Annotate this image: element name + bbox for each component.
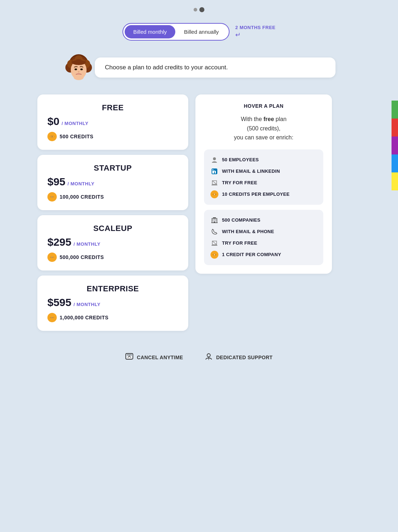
plan-name-scaleup: SCALEUP xyxy=(47,224,178,233)
avatar-icon xyxy=(63,51,95,84)
credit-icon-enterprise xyxy=(47,313,57,322)
info-column: HOVER A PLAN With the free plan (500 cre… xyxy=(195,94,332,274)
companies-feature-text: WITH EMAIL & PHONE xyxy=(222,229,274,234)
main-content: FREE $0 / MONTHLY xyxy=(37,94,361,331)
svg-point-24 xyxy=(213,157,216,160)
svg-rect-35 xyxy=(216,219,216,220)
cancel-label: CANCEL ANYTIME xyxy=(137,355,183,360)
trial-icon-1 xyxy=(210,179,218,187)
plan-price-row-free: $0 / MONTHLY xyxy=(47,115,178,128)
building-icon xyxy=(210,216,218,224)
companies-credits-text: 1 CREDIT PER COMPANY xyxy=(222,252,281,257)
hover-title: HOVER A PLAN xyxy=(204,103,323,109)
employees-feature-text: WITH EMAIL & LINKEDIN xyxy=(222,168,280,174)
linkedin-icon xyxy=(210,167,218,175)
cancel-icon xyxy=(125,352,133,362)
plan-name-free: FREE xyxy=(47,103,178,112)
companies-trial-text: TRY FOR FREE xyxy=(222,240,257,246)
dot-2 xyxy=(199,7,204,12)
message-bubble: Choose a plan to add credits to your acc… xyxy=(95,57,335,78)
svg-point-23 xyxy=(52,317,53,318)
page-wrapper: Billed monthly Billed annually 2 MONTHS … xyxy=(0,0,398,532)
billing-toggle-area: Billed monthly Billed annually 2 MONTHS … xyxy=(0,23,398,41)
phone-icon xyxy=(210,228,218,236)
svg-rect-37 xyxy=(214,221,215,221)
svg-point-13 xyxy=(74,74,84,80)
credit-icon-free xyxy=(47,132,57,141)
support-label: DEDICATED SUPPORT xyxy=(216,355,273,360)
avatar-container xyxy=(63,51,95,84)
svg-point-49 xyxy=(208,359,209,360)
banner-message: Choose a plan to add credits to your acc… xyxy=(105,64,228,71)
plan-period-enterprise: / MONTHLY xyxy=(74,302,101,307)
svg-point-19 xyxy=(52,196,53,198)
footer-bar: CANCEL ANYTIME DEDICATED SUPPORT xyxy=(0,345,398,369)
plan-credits-row-startup: 100,000 CREDITS xyxy=(47,192,178,202)
credit-icon-companies xyxy=(210,251,218,259)
svg-rect-34 xyxy=(214,219,215,220)
plan-price-enterprise: $595 xyxy=(47,296,71,309)
svg-point-17 xyxy=(51,136,53,137)
plan-credits-row-enterprise: 1,000,000 CREDITS xyxy=(47,313,178,322)
plan-card-enterprise[interactable]: ENTERPRISE $595 / MONTHLY 1,000,000 CRED… xyxy=(37,276,188,331)
companies-credits-item: 1 CREDIT PER COMPANY xyxy=(210,251,317,259)
plan-price-free: $0 xyxy=(47,115,59,128)
employees-count-text: 50 EMPLOYEES xyxy=(222,157,259,162)
annually-toggle-button[interactable]: Billed annually xyxy=(175,25,227,38)
employees-credits-item: 10 CREDITS PER EMPLOYEE xyxy=(210,190,317,198)
color-bar-green xyxy=(392,101,398,119)
plan-card-startup[interactable]: STARTUP $95 / MONTHLY 100,000 CREDITS xyxy=(37,155,188,210)
plan-period-free: / MONTHLY xyxy=(61,121,88,126)
color-bar-purple xyxy=(392,137,398,154)
color-bar-blue xyxy=(392,154,398,172)
free-badge: 2 MONTHS FREE ↵ xyxy=(235,25,276,39)
svg-point-9 xyxy=(75,69,77,70)
plans-column: FREE $0 / MONTHLY xyxy=(37,94,188,331)
monthly-toggle-button[interactable]: Billed monthly xyxy=(125,25,175,38)
hover-description: With the free plan (500 credits), you ca… xyxy=(204,115,323,142)
plan-price-row-enterprise: $595 / MONTHLY xyxy=(47,296,178,309)
side-bars-right xyxy=(392,101,398,190)
employee-icon xyxy=(210,156,218,164)
free-badge-text: 2 MONTHS FREE xyxy=(235,25,276,30)
dedicated-support-item: DEDICATED SUPPORT xyxy=(205,352,273,362)
svg-rect-33 xyxy=(213,219,213,220)
plan-name-startup: STARTUP xyxy=(47,163,178,173)
plan-price-startup: $95 xyxy=(47,176,65,188)
svg-point-21 xyxy=(52,257,53,258)
svg-point-45 xyxy=(214,254,215,255)
color-bar-red xyxy=(392,119,398,137)
svg-rect-41 xyxy=(213,217,216,218)
trial-icon-2 xyxy=(210,239,218,247)
svg-line-43 xyxy=(212,241,217,245)
plan-credits-startup: 100,000 CREDITS xyxy=(60,194,104,200)
credit-icon-scaleup xyxy=(47,253,57,262)
companies-feature-item: WITH EMAIL & PHONE xyxy=(210,228,317,236)
svg-point-31 xyxy=(214,194,215,195)
employees-sub-card: 50 EMPLOYEES WITH EMAIL & LINKEDIN xyxy=(204,149,323,205)
svg-point-10 xyxy=(80,69,83,70)
free-badge-arrow: ↵ xyxy=(235,31,241,39)
info-card: HOVER A PLAN With the free plan (500 cre… xyxy=(195,94,332,274)
plan-credits-enterprise: 1,000,000 CREDITS xyxy=(60,315,108,320)
plan-name-enterprise: ENTERPRISE xyxy=(47,284,178,293)
companies-sub-card: 500 COMPANIES WITH EMAIL & PHONE xyxy=(204,210,323,265)
message-banner: Choose a plan to add credits to your acc… xyxy=(63,51,335,84)
employees-credits-text: 10 CREDITS PER EMPLOYEE xyxy=(222,191,290,197)
toggle-container: Billed monthly Billed annually xyxy=(122,23,230,41)
svg-rect-38 xyxy=(216,221,216,221)
plan-price-row-startup: $95 / MONTHLY xyxy=(47,176,178,188)
svg-rect-36 xyxy=(213,221,213,221)
plan-price-row-scaleup: $295 / MONTHLY xyxy=(47,236,178,248)
support-icon xyxy=(205,352,213,362)
svg-point-11 xyxy=(78,71,80,73)
credit-icon-employees xyxy=(210,190,218,198)
plan-card-scaleup[interactable]: SCALEUP $295 / MONTHLY 500,000 CREDITS xyxy=(37,215,188,270)
svg-point-48 xyxy=(207,354,210,357)
plan-period-scaleup: / MONTHLY xyxy=(74,241,101,247)
plan-card-free[interactable]: FREE $0 / MONTHLY xyxy=(37,94,188,150)
dot-1 xyxy=(194,8,197,11)
plan-credits-row-free: 500 CREDITS xyxy=(47,132,178,141)
employees-trial-item: TRY FOR FREE xyxy=(210,179,317,187)
color-bar-yellow xyxy=(392,172,398,190)
